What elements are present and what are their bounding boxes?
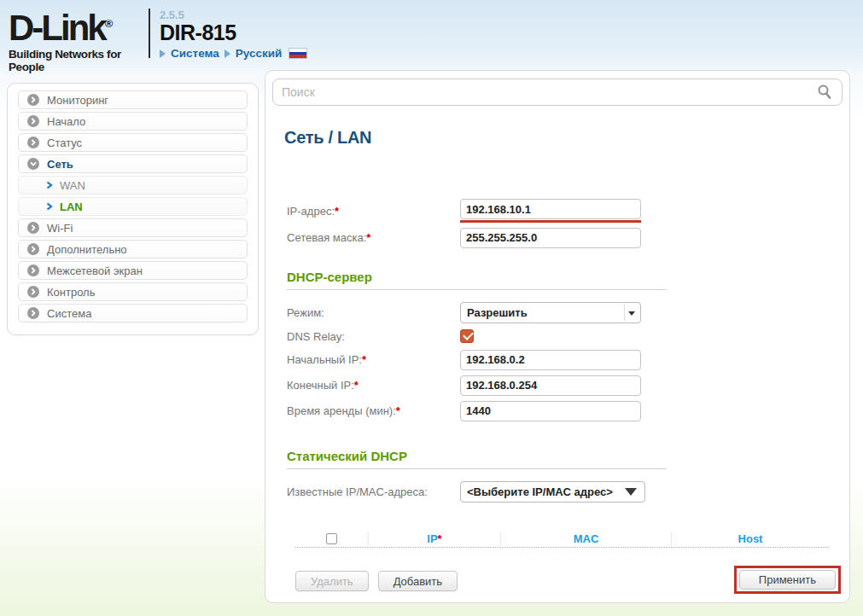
sidebar-item-network[interactable]: Сеть: [18, 154, 248, 173]
table-header-checkbox-cell: [295, 530, 368, 547]
sidebar: Мониторинг Начало Статус Сеть WAN LAN Wi…: [7, 83, 259, 335]
lease-time-row: Время аренды (мин):*: [287, 400, 849, 421]
sidebar-item-system[interactable]: Система: [18, 304, 248, 323]
chevron-down-circle-icon: [27, 158, 39, 170]
ip-address-label: IP-адрес:*: [287, 205, 460, 218]
chevron-right-circle-icon: [27, 307, 39, 319]
chevron-right-circle-icon: [27, 264, 39, 276]
table-header-ip: IP*: [368, 532, 500, 545]
chevron-right-circle-icon: [27, 94, 39, 106]
table-header-mac: MAC: [500, 532, 671, 545]
apply-button[interactable]: Применить: [739, 570, 836, 590]
model-block: 2.5.5 DIR-815 Система Русский: [160, 9, 307, 60]
sidebar-item-label: Межсетевой экран: [47, 264, 143, 277]
sidebar-item-label: Сеть: [47, 158, 73, 171]
chevron-right-circle-icon: [27, 243, 39, 255]
page-title: Сеть / LAN: [284, 128, 849, 148]
end-ip-label: Конечный IP:*: [287, 379, 460, 392]
dns-relay-checkbox[interactable]: [460, 329, 474, 343]
sidebar-item-label: WAN: [60, 179, 85, 192]
sidebar-item-status[interactable]: Статус: [18, 133, 248, 152]
sidebar-item-firewall[interactable]: Межсетевой экран: [18, 261, 248, 280]
header-divider: [149, 9, 150, 58]
static-dhcp-table: IP* MAC Host: [295, 530, 829, 548]
header: D-Link® Building Networks for People 2.5…: [0, 0, 863, 68]
sidebar-item-monitoring[interactable]: Мониторинг: [18, 90, 248, 109]
sidebar-item-label: Контроль: [47, 286, 95, 299]
dhcp-mode-select[interactable]: Разрешить: [460, 302, 641, 323]
sidebar-item-label: LAN: [60, 200, 83, 213]
breadcrumb-language-link[interactable]: Русский: [236, 47, 283, 60]
lease-time-label: Время аренды (мин):*: [287, 404, 460, 417]
netmask-row: Сетевая маска:*: [287, 227, 849, 248]
chevron-right-circle-icon: [27, 286, 39, 298]
dlink-logo[interactable]: D-Link® Building Networks for People: [9, 5, 145, 73]
sidebar-item-label: Мониторинг: [47, 94, 108, 107]
registered-mark-icon: ®: [105, 17, 114, 30]
breadcrumb-arrow-icon: [224, 49, 230, 58]
chevron-right-icon: [46, 202, 53, 211]
sidebar-item-wan[interactable]: WAN: [18, 176, 248, 195]
table-header-host: Host: [671, 532, 829, 545]
ip-address-row: IP-адрес:*: [287, 199, 849, 223]
add-button[interactable]: Добавить: [378, 571, 458, 591]
static-dhcp-heading: Статический DHCP: [287, 449, 667, 469]
chevron-right-circle-icon: [27, 222, 39, 234]
sidebar-item-label: Система: [47, 307, 91, 320]
logo-tagline: Building Networks for People: [9, 48, 145, 73]
start-ip-row: Начальный IP:*: [287, 349, 849, 370]
table-header-row: IP* MAC Host: [295, 530, 829, 548]
sidebar-item-advanced[interactable]: Дополнительно: [18, 240, 248, 259]
select-all-checkbox[interactable]: [326, 533, 337, 544]
required-mark: *: [335, 205, 339, 218]
search-input[interactable]: [282, 85, 816, 99]
netmask-label: Сетевая маска:*: [287, 231, 460, 244]
sidebar-item-control[interactable]: Контроль: [18, 282, 248, 301]
dns-relay-label: DNS Relay:: [287, 330, 460, 343]
search-box: [272, 78, 843, 106]
required-mark: *: [366, 231, 370, 244]
delete-button[interactable]: Удалить: [295, 571, 369, 591]
required-mark: *: [396, 404, 400, 417]
select-arrow-icon: [624, 304, 639, 322]
breadcrumb-arrow-icon: [160, 49, 166, 58]
lan-form: IP-адрес:* Сетевая маска:* DHCP-сервер Р…: [287, 199, 849, 591]
chevron-right-circle-icon: [27, 115, 39, 127]
sidebar-item-start[interactable]: Начало: [18, 112, 248, 131]
sidebar-item-label: Дополнительно: [47, 243, 127, 256]
firmware-version: 2.5.5: [160, 9, 307, 21]
breadcrumb-system-link[interactable]: Система: [171, 47, 219, 60]
search-icon[interactable]: [816, 84, 833, 101]
ip-address-input[interactable]: [460, 199, 641, 219]
apply-annotation-box: Применить: [734, 566, 841, 594]
dhcp-mode-value: Разрешить: [461, 306, 624, 319]
breadcrumb: Система Русский: [160, 47, 307, 60]
dns-relay-row: DNS Relay:: [287, 328, 849, 345]
dhcp-server-heading: DHCP-сервер: [287, 270, 667, 290]
model-name: DIR-815: [160, 21, 307, 44]
known-addresses-select[interactable]: <Выберите IP/MAC адрес>: [460, 481, 645, 503]
russian-flag-icon[interactable]: [289, 48, 307, 59]
sidebar-item-label: Статус: [47, 137, 82, 149]
lease-time-input[interactable]: [460, 401, 641, 421]
sidebar-item-label: Начало: [47, 115, 85, 128]
sidebar-item-lan[interactable]: LAN: [18, 197, 248, 216]
sidebar-item-label: Wi-Fi: [47, 222, 73, 235]
select-arrow-icon: [625, 488, 637, 496]
start-ip-label: Начальный IP:*: [287, 353, 460, 366]
known-addresses-value: <Выберите IP/MAC адрес>: [461, 485, 625, 498]
known-addresses-row: Известные IP/MAC-адреса: <Выберите IP/MA…: [287, 481, 849, 503]
main-panel: Сеть / LAN IP-адрес:* Сетевая маска:* DH…: [265, 70, 850, 603]
dhcp-mode-row: Режим: Разрешить: [287, 302, 849, 323]
end-ip-row: Конечный IP:*: [287, 375, 849, 396]
sidebar-item-wifi[interactable]: Wi-Fi: [18, 218, 248, 237]
ip-annotation-underline: [460, 199, 641, 223]
chevron-right-icon: [46, 181, 53, 189]
logo-text: D-Link®: [9, 5, 145, 47]
chevron-right-circle-icon: [27, 137, 39, 148]
dhcp-mode-label: Режим:: [287, 306, 460, 319]
required-mark: *: [362, 353, 366, 366]
netmask-input[interactable]: [460, 228, 641, 248]
start-ip-input[interactable]: [460, 350, 641, 370]
end-ip-input[interactable]: [460, 375, 641, 396]
